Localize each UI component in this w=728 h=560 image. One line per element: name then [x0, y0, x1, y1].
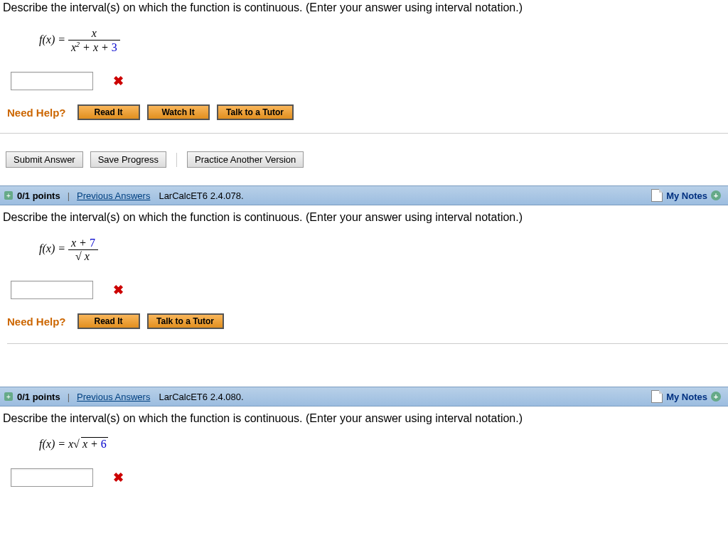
points-label: 0/1 points: [17, 190, 60, 201]
numerator: x: [68, 27, 120, 41]
fx-equals: f(x) =: [39, 243, 65, 255]
question-ref: LarCalcET6 2.4.078.: [159, 190, 243, 201]
sqrt-icon: [73, 438, 80, 450]
question-header-2: + 0/1 points | Previous Answers LarCalcE…: [0, 185, 728, 205]
my-notes-link[interactable]: My Notes +: [651, 390, 721, 403]
q3-answer-input[interactable]: [11, 468, 93, 487]
talk-tutor-button[interactable]: Talk to a Tutor: [217, 104, 294, 120]
note-icon: [651, 189, 663, 202]
expand-icon[interactable]: +: [4, 191, 13, 200]
incorrect-icon: ✖: [113, 470, 124, 485]
q3-formula: f(x) = xx + 6: [39, 438, 728, 451]
q2-prompt: Describe the interval(s) on which the fu…: [0, 210, 728, 231]
num-a: x +: [71, 237, 90, 249]
fx-equals: f(x) =: [39, 33, 65, 45]
num-const: 7: [90, 237, 95, 249]
need-help-label: Need Help?: [7, 316, 66, 328]
den-var: x: [83, 249, 91, 262]
denominator: x: [68, 250, 98, 263]
q2-formula: f(x) = x + 7 x: [39, 237, 728, 263]
incorrect-icon: ✖: [113, 73, 124, 89]
my-notes-link[interactable]: My Notes +: [651, 189, 721, 202]
read-it-button[interactable]: Read It: [77, 313, 140, 329]
my-notes-text: My Notes: [666, 190, 707, 201]
previous-answers-link[interactable]: Previous Answers: [77, 392, 150, 402]
plus-icon[interactable]: +: [711, 392, 721, 402]
q3-prompt: Describe the interval(s) on which the fu…: [0, 411, 728, 432]
rad-a: x +: [82, 438, 101, 450]
q1-answer-input[interactable]: [11, 72, 93, 90]
need-help-label: Need Help?: [7, 107, 66, 119]
read-it-button[interactable]: Read It: [77, 104, 140, 120]
talk-tutor-button[interactable]: Talk to a Tutor: [147, 313, 224, 329]
den-rest: + x +: [80, 41, 112, 53]
question-ref: LarCalcET6 2.4.080.: [159, 392, 243, 402]
previous-answers-link[interactable]: Previous Answers: [77, 190, 150, 201]
radicand: x + 6: [81, 437, 108, 450]
fx-equals: f(x) = x: [39, 438, 73, 450]
note-icon: [651, 390, 663, 403]
den-const: 3: [112, 41, 117, 53]
rad-const: 6: [101, 438, 107, 450]
numerator: x + 7: [68, 237, 98, 250]
question-header-3: + 0/1 points | Previous Answers LarCalcE…: [0, 387, 728, 406]
pipe: |: [68, 190, 70, 201]
q2-answer-input[interactable]: [11, 281, 93, 299]
expand-icon[interactable]: +: [4, 392, 13, 401]
denominator: x2 + x + 3: [68, 41, 120, 54]
q1-formula: f(x) = x x2 + x + 3: [39, 27, 728, 54]
practice-another-button[interactable]: Practice Another Version: [187, 151, 304, 168]
incorrect-icon: ✖: [113, 282, 124, 298]
submit-answer-button[interactable]: Submit Answer: [6, 151, 83, 168]
plus-icon[interactable]: +: [711, 190, 721, 200]
sqrt-icon: [75, 250, 82, 262]
save-progress-button[interactable]: Save Progress: [90, 151, 166, 168]
my-notes-text: My Notes: [666, 392, 707, 402]
points-label: 0/1 points: [17, 392, 60, 402]
watch-it-button[interactable]: Watch It: [147, 104, 210, 120]
q1-prompt: Describe the interval(s) on which the fu…: [0, 0, 728, 21]
pipe: |: [68, 392, 70, 402]
separator: [176, 153, 177, 167]
